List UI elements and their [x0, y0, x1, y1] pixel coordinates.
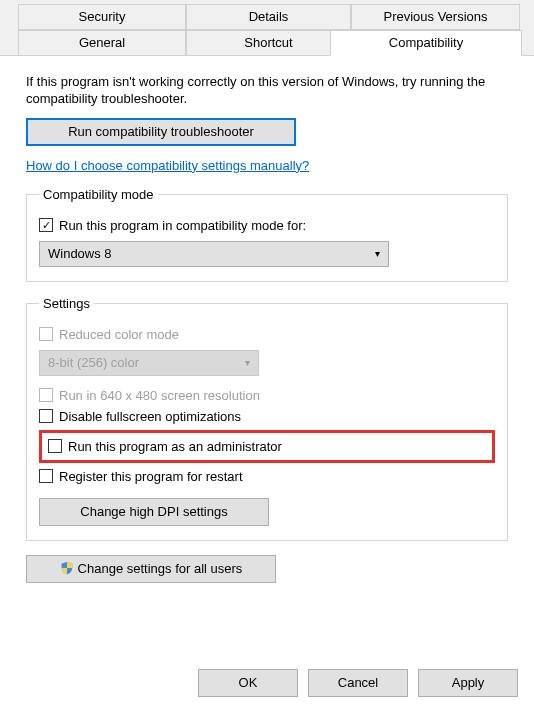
- tab-security[interactable]: Security: [18, 4, 186, 30]
- ok-button[interactable]: OK: [198, 669, 298, 697]
- tab-details[interactable]: Details: [186, 4, 351, 30]
- compat-mode-checkbox[interactable]: ✓: [39, 218, 53, 232]
- chevron-down-icon: ▾: [375, 248, 380, 259]
- color-depth-select: 8-bit (256) color ▾: [39, 350, 259, 376]
- apply-button[interactable]: Apply: [418, 669, 518, 697]
- tab-shortcut[interactable]: Shortcut: [186, 30, 351, 56]
- change-all-users-button[interactable]: Change settings for all users: [26, 555, 276, 583]
- disable-fullscreen-label: Disable fullscreen optimizations: [59, 409, 241, 424]
- compat-os-selected: Windows 8: [48, 246, 112, 261]
- tab-general[interactable]: General: [18, 30, 186, 56]
- settings-legend: Settings: [39, 296, 94, 311]
- run-640-label: Run in 640 x 480 screen resolution: [59, 388, 260, 403]
- properties-dialog: Security Details Previous Versions Gener…: [0, 0, 534, 711]
- high-dpi-button[interactable]: Change high DPI settings: [39, 498, 269, 526]
- shield-icon: [60, 561, 74, 575]
- color-depth-selected: 8-bit (256) color: [48, 355, 139, 370]
- disable-fullscreen-checkbox[interactable]: [39, 409, 53, 423]
- run-as-admin-checkbox[interactable]: [48, 439, 62, 453]
- tab-previous-versions[interactable]: Previous Versions: [351, 4, 520, 30]
- tab-content-compatibility: If this program isn't working correctly …: [0, 56, 534, 711]
- intro-text: If this program isn't working correctly …: [26, 74, 508, 108]
- compatibility-mode-group: Compatibility mode ✓ Run this program in…: [26, 187, 508, 282]
- change-all-users-label: Change settings for all users: [78, 561, 243, 576]
- tab-compatibility[interactable]: Compatibility: [330, 30, 522, 56]
- compat-os-select[interactable]: Windows 8 ▾: [39, 241, 389, 267]
- compatibility-mode-legend: Compatibility mode: [39, 187, 158, 202]
- compat-mode-label: Run this program in compatibility mode f…: [59, 218, 306, 233]
- register-restart-checkbox[interactable]: [39, 469, 53, 483]
- help-link[interactable]: How do I choose compatibility settings m…: [26, 158, 309, 173]
- register-restart-label: Register this program for restart: [59, 469, 243, 484]
- tab-strip: Security Details Previous Versions Gener…: [0, 0, 534, 56]
- run-troubleshooter-button[interactable]: Run compatibility troubleshooter: [26, 118, 296, 146]
- run-as-admin-label: Run this program as an administrator: [68, 439, 282, 454]
- cancel-button[interactable]: Cancel: [308, 669, 408, 697]
- reduced-color-checkbox: [39, 327, 53, 341]
- chevron-down-icon: ▾: [245, 357, 250, 368]
- dialog-buttons: OK Cancel Apply: [198, 669, 518, 697]
- run-640-checkbox: [39, 388, 53, 402]
- reduced-color-label: Reduced color mode: [59, 327, 179, 342]
- admin-highlight: Run this program as an administrator: [39, 430, 495, 463]
- settings-group: Settings Reduced color mode 8-bit (256) …: [26, 296, 508, 541]
